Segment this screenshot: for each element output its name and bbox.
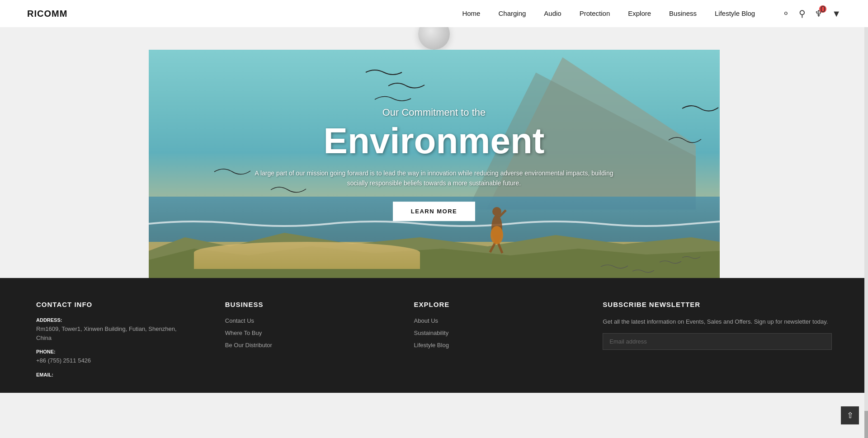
scrollbar-thumb[interactable] bbox=[864, 411, 868, 438]
business-title: Business bbox=[225, 301, 378, 308]
hero-outer: Our Commitment to the Environment A larg… bbox=[0, 27, 868, 278]
sandy-beach bbox=[194, 242, 420, 269]
nav-item-audio[interactable]: Audio bbox=[544, 9, 561, 18]
scrollbar[interactable] bbox=[864, 0, 868, 438]
footer-contact-us-link[interactable]: Contact Us bbox=[225, 317, 378, 324]
nav-item-explore[interactable]: Explore bbox=[628, 9, 651, 18]
header-icons: ⚬ ⚲ ♆ 0 ▼ bbox=[782, 8, 841, 19]
cart-badge: 0 bbox=[819, 5, 826, 13]
site-footer: CONTACT INFO ADDRESS: Rm1609, Tower1, Xi… bbox=[0, 278, 868, 393]
nav-item-protection[interactable]: Protection bbox=[580, 9, 610, 18]
dropdown-icon[interactable]: ▼ bbox=[832, 9, 841, 19]
product-peek-area bbox=[0, 27, 868, 50]
hero-cta-button[interactable]: LEARN MORE bbox=[393, 202, 475, 221]
phone-text: +86 (755) 2511 5426 bbox=[36, 356, 189, 365]
email-label: EMAIL: bbox=[36, 372, 189, 377]
newsletter-title: SUBSCRIBE NEWSLETTER bbox=[603, 301, 832, 308]
back-to-top-button[interactable]: ⇧ bbox=[841, 406, 859, 424]
newsletter-text: Get all the latest information on Events… bbox=[603, 317, 832, 326]
user-icon[interactable]: ⚬ bbox=[782, 8, 790, 19]
nav-item-charging[interactable]: Charging bbox=[498, 9, 526, 18]
nav-list: Home Charging Audio Protection Explore B… bbox=[462, 9, 755, 18]
footer-about-us-link[interactable]: About Us bbox=[414, 317, 567, 324]
footer-newsletter: SUBSCRIBE NEWSLETTER Get all the latest … bbox=[603, 301, 832, 379]
main-nav: Home Charging Audio Protection Explore B… bbox=[462, 9, 755, 18]
contact-title: CONTACT INFO bbox=[36, 301, 189, 308]
phone-label: PHONE: bbox=[36, 349, 189, 354]
address-label: ADDRESS: bbox=[36, 317, 189, 323]
hero-subtitle: Our Commitment to the bbox=[231, 107, 637, 118]
footer-distributor-link[interactable]: Be Our Distributor bbox=[225, 342, 378, 349]
hero-description: A large part of our mission going forwar… bbox=[253, 168, 615, 188]
footer-where-to-buy-link[interactable]: Where To Buy bbox=[225, 330, 378, 336]
newsletter-email-input[interactable] bbox=[603, 333, 832, 350]
hero-text: Our Commitment to the Environment A larg… bbox=[231, 107, 637, 221]
site-logo[interactable]: RICOMM bbox=[27, 9, 67, 19]
hero-title: Environment bbox=[231, 123, 637, 159]
footer-business: Business Contact Us Where To Buy Be Our … bbox=[225, 301, 378, 379]
nav-item-lifestyle-blog[interactable]: Lifestyle Blog bbox=[715, 9, 755, 18]
hero-section: Our Commitment to the Environment A larg… bbox=[149, 50, 720, 278]
address-text: Rm1609, Tower1, Xinwen Building, Futian,… bbox=[36, 325, 189, 342]
footer-sustainability-link[interactable]: Sustainability bbox=[414, 330, 567, 336]
search-icon[interactable]: ⚲ bbox=[799, 8, 806, 19]
footer-contact: CONTACT INFO ADDRESS: Rm1609, Tower1, Xi… bbox=[36, 301, 189, 379]
explore-title: Explore bbox=[414, 301, 567, 308]
site-header: RICOMM Home Charging Audio Protection Ex… bbox=[0, 0, 868, 27]
cart-icon-wrapper[interactable]: ♆ 0 bbox=[815, 8, 823, 19]
footer-lifestyle-blog-link[interactable]: Lifestyle Blog bbox=[414, 342, 567, 349]
footer-explore: Explore About Us Sustainability Lifestyl… bbox=[414, 301, 567, 379]
nav-item-home[interactable]: Home bbox=[462, 9, 480, 18]
nav-item-business[interactable]: Business bbox=[669, 9, 697, 18]
